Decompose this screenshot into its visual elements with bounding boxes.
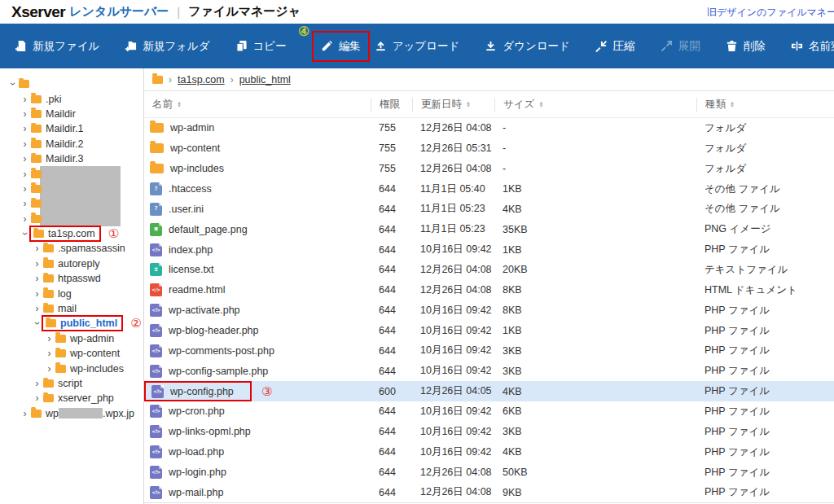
table-row-wp-activate.php[interactable]: <?>wp-activate.php64410月16日 09:428KBPHP … bbox=[144, 300, 834, 321]
chevron-right-icon[interactable]: › bbox=[33, 259, 42, 269]
toolbar-button-rename[interactable]: 名前変更 bbox=[791, 39, 834, 54]
tree-item-log[interactable]: ›log bbox=[0, 286, 143, 300]
column-header-type[interactable]: 種類▲▼ bbox=[696, 98, 834, 112]
chevron-right-icon[interactable]: › bbox=[33, 304, 42, 313]
toolbar-button-delete[interactable]: 削除 bbox=[726, 39, 766, 54]
table-row-default_page.png[interactable]: ▣default_page.png64411月1日 05:2335KBPNG イ… bbox=[144, 219, 834, 239]
chevron-right-icon[interactable]: › bbox=[33, 243, 42, 253]
tree-item-redacted[interactable]: › bbox=[0, 182, 143, 196]
table-row-readme.html[interactable]: </>readme.html64412月26日 04:088KBHTML ドキュ… bbox=[144, 280, 834, 300]
chevron-right-icon[interactable]: › bbox=[20, 169, 29, 179]
toolbar-button-edit[interactable]: 編集 bbox=[312, 31, 370, 62]
file-name: readme.html bbox=[169, 284, 225, 296]
tree-item-wp-includes[interactable]: ›wp-includes bbox=[0, 361, 143, 375]
chevron-right-icon[interactable]: › bbox=[20, 409, 29, 419]
table-row-wp-comments-post.php[interactable]: <?>wp-comments-post.php64410月16日 09:423K… bbox=[144, 340, 834, 361]
breadcrumb-segment-ta1sp.com[interactable]: ta1sp.com bbox=[178, 74, 225, 85]
tree-item-.pki[interactable]: ›.pki bbox=[0, 91, 143, 106]
chevron-right-icon[interactable]: › bbox=[33, 274, 42, 283]
sort-arrows-icon[interactable]: ▲▼ bbox=[177, 101, 182, 108]
chevron-right-icon[interactable]: › bbox=[45, 348, 54, 358]
permission-cell: 644 bbox=[371, 325, 412, 336]
table-row-wp-blog-header.php[interactable]: <?>wp-blog-header.php64410月16日 09:421KBP… bbox=[144, 321, 834, 341]
tree-item-wp-admin[interactable]: ›wp-admin bbox=[0, 331, 143, 346]
tree-item-script[interactable]: ›script bbox=[0, 376, 143, 391]
name-cell: <?>index.php bbox=[144, 239, 371, 260]
tree-item-redacted[interactable]: › bbox=[0, 196, 143, 211]
table-row-wp-login.php[interactable]: <?>wp-login.php64412月26日 04:0850KBPHP ファ… bbox=[144, 462, 834, 483]
tree-item-xserver_php[interactable]: ›xserver_php bbox=[0, 391, 143, 405]
chevron-right-icon[interactable]: › bbox=[20, 109, 29, 119]
toolbar-button-new-file[interactable]: 新規ファイル bbox=[15, 39, 99, 54]
folder-icon bbox=[31, 95, 42, 103]
table-row-wp-content[interactable]: wp-content75512月26日 05:31-フォルダ bbox=[144, 138, 834, 159]
table-row-wp-includes[interactable]: wp-includes75512月26日 04:08-フォルダ bbox=[144, 159, 834, 179]
table-row-license.txt[interactable]: ≡license.txt64412月26日 04:0820KBテキストファイル bbox=[144, 260, 834, 280]
tree-item-wp-content[interactable]: ›wp-content bbox=[0, 346, 143, 361]
chevron-right-icon[interactable]: › bbox=[20, 184, 29, 194]
tree-item-public_html[interactable]: ›public_html② bbox=[0, 316, 143, 331]
chevron-down-icon[interactable]: › bbox=[20, 230, 30, 239]
folder-icon bbox=[31, 155, 42, 163]
toolbar-button-copy[interactable]: コピー bbox=[235, 39, 287, 54]
column-header-modified[interactable]: 更新日時▲▼ bbox=[412, 98, 494, 112]
table-row-wp-cron.php[interactable]: <?>wp-cron.php64410月16日 09:426KBPHP ファイル bbox=[144, 401, 834, 422]
table-row-.user.ini[interactable]: ?.user.ini64411月1日 05:234KBその他 ファイル bbox=[144, 199, 834, 219]
chevron-right-icon[interactable]: › bbox=[33, 393, 42, 403]
toolbar-button-new-folder[interactable]: 新規フォルダ bbox=[125, 39, 209, 54]
file-glyph: <?> bbox=[152, 328, 160, 333]
compress-icon bbox=[595, 40, 608, 52]
chevron-down-icon[interactable]: › bbox=[8, 80, 18, 89]
tree-item-Maildir.2[interactable]: ›Maildir.2 bbox=[0, 137, 143, 151]
toolbar-button-upload[interactable]: アップロード bbox=[375, 39, 460, 54]
sort-arrows-icon[interactable]: ▲▼ bbox=[466, 101, 471, 108]
table-row-index.php[interactable]: <?>index.php64410月16日 09:421KBPHP ファイル bbox=[144, 239, 834, 260]
tree-item-mail[interactable]: ›mail bbox=[0, 301, 143, 316]
unknown-file-icon: ? bbox=[150, 182, 162, 195]
file-panel: ›ta1sp.com›public_html 名前▲▼権限更新日時▲▼サイズ▲▼… bbox=[144, 68, 834, 504]
tree-item-redacted[interactable]: › bbox=[0, 166, 143, 181]
table-row-.htaccess[interactable]: ?.htaccess64411月1日 05:401KBその他 ファイル bbox=[144, 179, 834, 199]
tree-item-.spamassassin[interactable]: ›.spamassassin bbox=[0, 241, 143, 256]
toolbar-button-download[interactable]: ダウンロード bbox=[485, 39, 570, 54]
tree-item-root[interactable]: › bbox=[0, 77, 143, 91]
column-header-size[interactable]: サイズ▲▼ bbox=[494, 98, 696, 112]
folder-icon bbox=[43, 379, 54, 388]
tree-item-Maildir.3[interactable]: ›Maildir.3 bbox=[0, 151, 143, 166]
sort-arrows-icon[interactable]: ▲▼ bbox=[538, 101, 543, 108]
chevron-right-icon[interactable]: › bbox=[20, 154, 29, 164]
size-cell: 20KB bbox=[494, 264, 696, 275]
breadcrumb-segment-public_html[interactable]: public_html bbox=[239, 74, 291, 85]
tree-item-ta1sp.com[interactable]: ›ta1sp.com① bbox=[0, 226, 143, 241]
tree-item-htpasswd[interactable]: ›htpasswd bbox=[0, 271, 143, 286]
file-list: wp-admin75512月26日 04:08-フォルダwp-content75… bbox=[144, 118, 834, 503]
tree-item-autoreply[interactable]: ›autoreply bbox=[0, 256, 143, 271]
sort-arrows-icon[interactable]: ▲▼ bbox=[730, 101, 735, 108]
chevron-right-icon[interactable]: › bbox=[20, 94, 29, 104]
table-row-wp-config-sample.php[interactable]: <?>wp-config-sample.php64410月16日 09:423K… bbox=[144, 361, 834, 381]
table-row-wp-links-opml.php[interactable]: <?>wp-links-opml.php64410月16日 09:423KBPH… bbox=[144, 422, 834, 442]
tree-item-label: wp-admin bbox=[70, 333, 114, 344]
file-glyph: <?> bbox=[152, 449, 160, 454]
table-row-wp-config.php[interactable]: <?>wp-config.php③60012月26日 04:054KBPHP フ… bbox=[144, 381, 834, 401]
tree-item-Maildir.1[interactable]: ›Maildir.1 bbox=[0, 121, 143, 136]
table-row-wp-admin[interactable]: wp-admin75512月26日 04:08-フォルダ bbox=[144, 118, 834, 138]
tree-item-redacted[interactable]: › bbox=[0, 212, 143, 226]
chevron-right-icon[interactable]: › bbox=[20, 139, 29, 149]
table-row-wp-load.php[interactable]: <?>wp-load.php64410月16日 09:424KBPHP ファイル bbox=[144, 442, 834, 462]
toolbar-button-compress[interactable]: 圧縮 bbox=[595, 39, 635, 54]
chevron-right-icon[interactable]: › bbox=[20, 199, 29, 208]
chevron-right-icon[interactable]: › bbox=[33, 379, 42, 388]
tree-item-Maildir[interactable]: ›Maildir bbox=[0, 107, 143, 121]
column-header-name[interactable]: 名前▲▼ bbox=[144, 98, 371, 112]
legacy-filemanager-link[interactable]: 旧デザインのファイルマネージャはこちら bbox=[707, 6, 834, 20]
chevron-right-icon[interactable]: › bbox=[45, 364, 54, 374]
chevron-right-icon[interactable]: › bbox=[20, 124, 29, 134]
tree-item-wp[interactable]: ›wp.wpx.jp bbox=[0, 406, 143, 421]
redacted-label bbox=[40, 196, 121, 211]
chevron-right-icon[interactable]: › bbox=[20, 214, 29, 224]
table-row-wp-mail.php[interactable]: <?>wp-mail.php64412月26日 04:089KBPHP ファイル bbox=[144, 482, 834, 502]
chevron-down-icon[interactable]: › bbox=[33, 319, 42, 328]
chevron-right-icon[interactable]: › bbox=[33, 289, 42, 299]
chevron-right-icon[interactable]: › bbox=[45, 334, 54, 344]
